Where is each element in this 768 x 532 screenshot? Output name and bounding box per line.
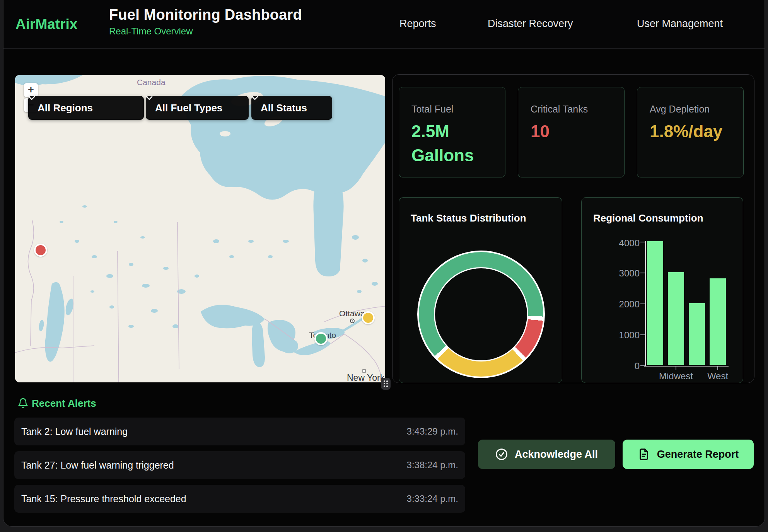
bar (710, 278, 726, 365)
alert-row: Tank 27: Low fuel warning triggered 3:38… (14, 451, 465, 479)
regional-consumption-card: Regional Consumption 4000 3000 2000 1000… (581, 197, 743, 383)
generate-report-button[interactable]: Generate Report (623, 440, 754, 469)
map-zoom-in-button[interactable]: + (24, 83, 38, 97)
map-marker-normal[interactable] (314, 332, 328, 345)
alert-message: Tank 27: Low fuel warning triggered (21, 460, 174, 471)
stat-card-avg-depletion: Avg Depletion 1.8%/day (637, 87, 744, 177)
map-marker-critical[interactable] (34, 244, 47, 257)
stat-label: Total Fuel (411, 104, 505, 115)
alert-message: Tank 15: Pressure threshold exceeded (21, 493, 186, 505)
acknowledge-all-button[interactable]: Acknowledge All (478, 440, 615, 469)
y-tick: 1000 (604, 330, 640, 341)
filter-fuel-types[interactable]: All Fuel Types (146, 96, 249, 120)
bar (647, 241, 663, 365)
city-square-icon (363, 370, 365, 372)
alert-row: Tank 15: Pressure threshold exceeded 3:3… (14, 485, 465, 513)
y-tick: 2000 (604, 299, 640, 310)
check-circle-icon (495, 448, 508, 460)
brand-logo: AirMatrix (15, 16, 77, 32)
alert-time: 3:38:24 p.m. (407, 460, 458, 471)
chart-title: Tank Status Distribution (411, 212, 526, 224)
y-axis (645, 241, 646, 367)
title-block: Fuel Monitoring Dashboard Real-Time Over… (109, 7, 302, 37)
stat-value: 1.8%/day (650, 119, 712, 143)
bell-icon (17, 397, 29, 409)
stat-card-total-fuel: Total Fuel 2.5M Gallons (399, 87, 505, 177)
map-label-country: Canada (137, 78, 166, 87)
stat-label: Avg Depletion (650, 104, 743, 115)
y-tick: 3000 (604, 268, 640, 279)
alert-row: Tank 2: Low fuel warning 3:43:29 p.m. (14, 418, 465, 445)
generate-report-label: Generate Report (657, 448, 739, 460)
filter-regions[interactable]: All Regions (28, 96, 144, 120)
y-tick: 0 (604, 361, 640, 372)
header: AirMatrix Fuel Monitoring Dashboard Real… (3, 0, 765, 49)
filter-status[interactable]: All Status (251, 96, 332, 120)
filter-status-value: All Status (261, 102, 307, 114)
x-tick-west: West (707, 371, 728, 382)
filter-fuel-types-value: All Fuel Types (155, 102, 222, 114)
alert-time: 3:43:29 p.m. (407, 426, 458, 437)
page-subtitle: Real-Time Overview (109, 26, 302, 37)
bar (668, 272, 684, 365)
map-label-newyork: New York (347, 373, 385, 382)
tank-status-card: Tank Status Distribution (399, 197, 562, 383)
app-window: AirMatrix Fuel Monitoring Dashboard Real… (3, 0, 765, 527)
alerts-heading: Recent Alerts (32, 397, 96, 409)
filter-regions-value: All Regions (38, 102, 93, 114)
y-tick: 4000 (604, 238, 640, 249)
nav-reports[interactable]: Reports (399, 18, 436, 30)
map-canvas[interactable]: Canada Ottawa Toronto New York + − All R… (15, 75, 385, 382)
chart-title: Regional Consumption (593, 212, 703, 224)
stat-card-critical-tanks: Critical Tanks 10 (518, 87, 625, 177)
donut-hole (435, 268, 527, 360)
nav-disaster-recovery[interactable]: Disaster Recovery (488, 18, 573, 30)
x-tick-midwest: Midwest (659, 371, 693, 382)
page-title: Fuel Monitoring Dashboard (109, 7, 302, 23)
map-marker-warning[interactable] (362, 311, 375, 324)
map-graphic: Canada Ottawa Toronto New York (15, 75, 385, 382)
alert-time: 3:33:24 p.m. (407, 493, 458, 504)
x-axis (644, 366, 729, 367)
acknowledge-all-label: Acknowledge All (515, 448, 598, 460)
bar (689, 303, 705, 365)
stat-value: 2.5M Gallons (411, 119, 473, 168)
stat-value: 10 (531, 119, 592, 143)
document-icon (638, 448, 650, 460)
nav-user-management[interactable]: User Management (637, 18, 723, 30)
drag-handle-icon[interactable] (381, 378, 391, 390)
stat-label: Critical Tanks (531, 104, 624, 115)
map-label-ottawa: Ottawa (339, 309, 365, 318)
alert-message: Tank 2: Low fuel warning (21, 426, 128, 437)
